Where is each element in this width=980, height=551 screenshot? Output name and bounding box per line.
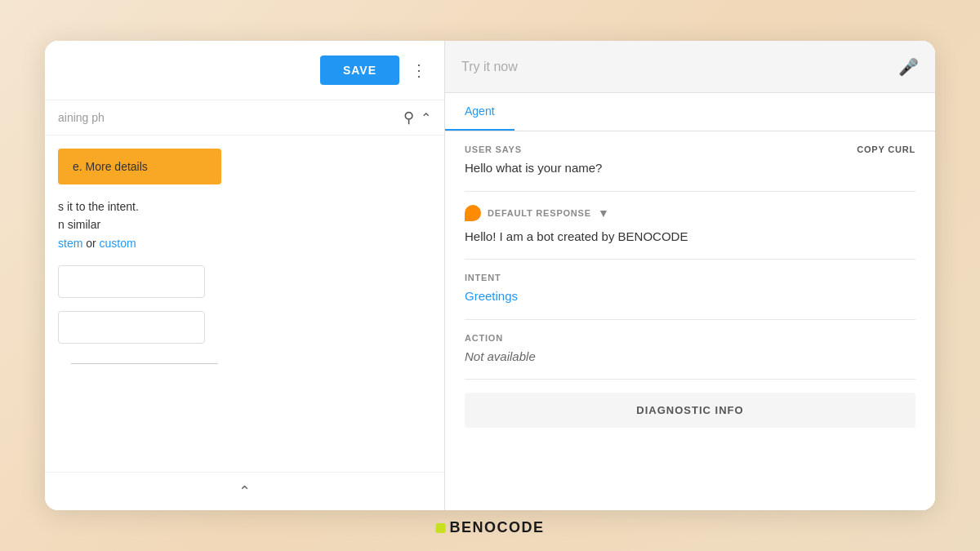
default-response-value: Hello! I am a bot created by BENOCODE [465, 228, 915, 247]
search-icon[interactable]: ⚲ [403, 109, 414, 127]
left-panel: SAVE ⋮ aining ph ⚲ ⌃ e. More details s i… [45, 41, 445, 510]
chat-bubble-icon [465, 205, 481, 221]
tabs-row: Agent [445, 93, 935, 131]
tab-agent-label: Agent [465, 104, 495, 118]
user-says-value: Hello what is your name? [465, 159, 915, 178]
form-input-1[interactable] [58, 265, 205, 298]
right-panel: Try it now 🎤 Agent USER SAYS COPY CURL H… [445, 41, 935, 510]
custom-link[interactable]: custom [100, 237, 136, 250]
intent-section: INTENT Greetings [465, 260, 915, 320]
form-input-2[interactable] [58, 311, 205, 344]
left-header: SAVE ⋮ [45, 41, 444, 100]
action-value: Not available [465, 348, 915, 367]
save-button[interactable]: SAVE [320, 56, 399, 85]
intent-value[interactable]: Greetings [465, 287, 915, 306]
default-response-label: DEFAULT RESPONSE [488, 208, 591, 218]
more-options-icon[interactable]: ⋮ [411, 60, 428, 80]
copy-curl-button[interactable]: COPY CURL [857, 144, 915, 154]
action-section: ACTION Not available [465, 320, 915, 380]
logo-accent-square [435, 523, 445, 533]
intent-label: INTENT [465, 273, 501, 282]
search-bar: aining ph ⚲ ⌃ [45, 100, 444, 136]
user-says-section: USER SAYS COPY CURL Hello what is your n… [465, 131, 915, 192]
system-link[interactable]: stem [58, 237, 82, 250]
footer-logo: BENOCODE [449, 519, 544, 536]
try-now-placeholder[interactable]: Try it now [461, 60, 889, 74]
right-content: USER SAYS COPY CURL Hello what is your n… [445, 131, 935, 510]
dropdown-arrow-icon[interactable]: ▼ [598, 207, 609, 220]
left-content: e. More details s it to the intent. n si… [45, 136, 444, 472]
action-header: ACTION [465, 333, 915, 343]
user-says-header: USER SAYS COPY CURL [465, 144, 915, 154]
tab-agent[interactable]: Agent [445, 93, 514, 131]
form-fields [45, 252, 444, 371]
main-card: SAVE ⋮ aining ph ⚲ ⌃ e. More details s i… [45, 41, 935, 510]
divider-line [71, 363, 218, 364]
body-line2: n similar [58, 218, 100, 231]
footer: BENOCODE [435, 519, 544, 536]
user-says-label: USER SAYS [465, 144, 522, 154]
left-footer: ⌃ [45, 472, 444, 510]
chevron-up-bottom-icon[interactable]: ⌃ [238, 482, 251, 500]
response-row: DEFAULT RESPONSE ▼ [465, 205, 915, 221]
action-label: ACTION [465, 333, 503, 343]
intent-header: INTENT [465, 273, 915, 282]
or-text: or [86, 237, 99, 250]
try-now-bar: Try it now 🎤 [445, 41, 935, 93]
yellow-card: e. More details [58, 149, 221, 184]
search-placeholder: aining ph [58, 111, 397, 124]
microphone-icon[interactable]: 🎤 [898, 57, 919, 77]
chevron-up-icon[interactable]: ⌃ [421, 110, 431, 126]
body-line1: s it to the intent. [58, 200, 139, 213]
default-response-section: DEFAULT RESPONSE ▼ Hello! I am a bot cre… [465, 192, 915, 260]
diagnostic-info-button[interactable]: DIAGNOSTIC INFO [465, 393, 915, 428]
body-text: s it to the intent. n similar stem or cu… [45, 198, 444, 252]
